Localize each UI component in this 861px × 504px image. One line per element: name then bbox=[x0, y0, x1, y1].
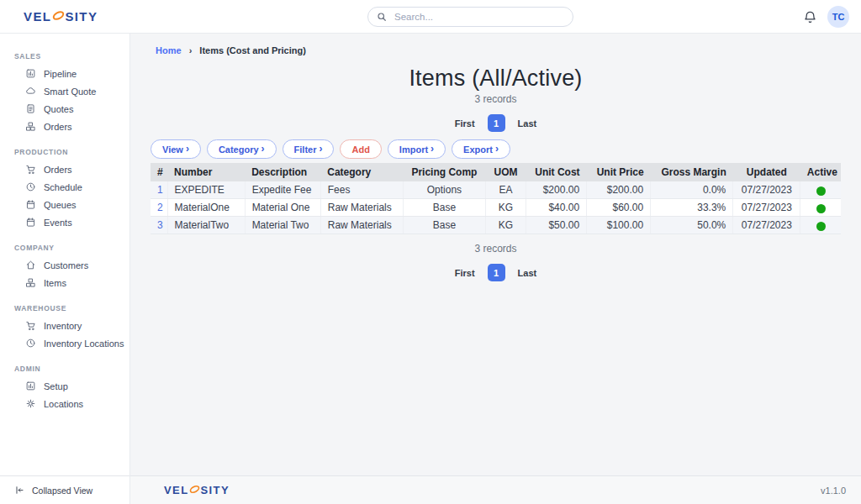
sidebar-item-label: Smart Quote bbox=[44, 87, 96, 97]
top-bar: VEL SITY TC bbox=[0, 0, 861, 34]
add-button[interactable]: Add bbox=[340, 139, 381, 159]
pagination-first-button[interactable]: First bbox=[455, 268, 475, 278]
sidebar-item-sales-smart-quote[interactable]: Smart Quote bbox=[0, 82, 129, 100]
notifications-bell-icon[interactable] bbox=[803, 10, 817, 24]
table-row[interactable]: 2MaterialOneMaterial OneRaw MaterialsBas… bbox=[151, 199, 841, 217]
sidebar-section-production: PRODUCTIONOrdersScheduleQueuesEvents bbox=[0, 143, 129, 231]
cell-number: MaterialOne bbox=[167, 199, 245, 217]
pagination-first-button[interactable]: First bbox=[455, 118, 475, 129]
sidebar-item-production-orders[interactable]: Orders bbox=[0, 160, 129, 178]
pagination-page-1-button[interactable]: 1 bbox=[488, 264, 505, 281]
column-header-description: Description bbox=[245, 163, 320, 181]
app-window: VEL SITY TC SALESPipelineSmart Qu bbox=[0, 0, 861, 504]
sidebar-item-admin-locations[interactable]: Locations bbox=[0, 395, 129, 412]
export-button[interactable]: Export› bbox=[452, 139, 510, 159]
import-button[interactable]: Import› bbox=[388, 139, 446, 159]
cell-pricing-comp: Base bbox=[403, 217, 485, 234]
sidebar-item-label: Queues bbox=[44, 200, 77, 210]
toolbar: View›Category›Filter›AddImport›Export› bbox=[151, 139, 841, 159]
pagination-last-button[interactable]: Last bbox=[518, 118, 537, 129]
active-status-dot bbox=[816, 186, 826, 196]
sidebar-item-sales-orders[interactable]: Orders bbox=[0, 118, 129, 135]
column-header-uom: UOM bbox=[485, 163, 526, 181]
sidebar-section-sales: SALESPipelineSmart QuoteQuotesOrders bbox=[0, 47, 129, 135]
version-label: v1.1.0 bbox=[821, 486, 846, 496]
table-row[interactable]: 1EXPEDITEExpedite FeeFeesOptionsEA$200.0… bbox=[151, 181, 841, 199]
cell-number: MaterialTwo bbox=[167, 217, 245, 234]
logo-text-prefix: VEL bbox=[24, 9, 51, 24]
active-status-dot bbox=[816, 222, 826, 231]
main-footer: VEL SITY v1.1.0 bbox=[130, 475, 861, 504]
sidebar-item-label: Events bbox=[44, 218, 72, 228]
logo-orbit-icon bbox=[189, 484, 200, 495]
card-icon bbox=[25, 103, 36, 114]
user-avatar[interactable]: TC bbox=[827, 6, 849, 28]
cell-category: Raw Materials bbox=[320, 217, 403, 234]
sidebar-item-production-schedule[interactable]: Schedule bbox=[0, 178, 129, 196]
clock-icon bbox=[25, 181, 36, 192]
sidebar-item-production-events[interactable]: Events bbox=[0, 213, 129, 231]
sidebar-item-company-customers[interactable]: Customers bbox=[0, 256, 129, 274]
collapsed-view-label: Collapsed View bbox=[32, 486, 92, 496]
chevron-right-icon: › bbox=[186, 144, 189, 155]
brand-logo[interactable]: VEL SITY bbox=[24, 9, 98, 24]
cell-description: Material Two bbox=[245, 217, 320, 234]
column-header-unit-cost: Unit Cost bbox=[526, 163, 587, 181]
cell-unit-cost: $200.00 bbox=[526, 181, 587, 199]
filter-button[interactable]: Filter› bbox=[283, 139, 335, 159]
cell-num[interactable]: 3 bbox=[151, 217, 167, 234]
pagination-last-button[interactable]: Last bbox=[518, 268, 537, 278]
sidebar: SALESPipelineSmart QuoteQuotesOrdersPROD… bbox=[0, 34, 130, 504]
content: Home › Items (Cost and Pricing) Items (A… bbox=[130, 34, 861, 475]
cell-pricing-comp: Base bbox=[403, 199, 485, 217]
sidebar-item-production-queues[interactable]: Queues bbox=[0, 196, 129, 213]
collapse-sidebar-icon bbox=[14, 485, 25, 496]
column-header-gross-margin: Gross Margin bbox=[651, 163, 733, 181]
sidebar-section-admin: ADMINSetupLocations bbox=[0, 360, 129, 412]
cart-icon bbox=[25, 164, 36, 175]
button-label: Filter bbox=[294, 144, 317, 155]
cell-pricing-comp: Options bbox=[403, 181, 485, 199]
page-title: Items (All/Active) bbox=[151, 66, 841, 92]
sidebar-item-label: Quotes bbox=[44, 104, 73, 114]
cell-num[interactable]: 1 bbox=[151, 181, 167, 199]
board-icon bbox=[25, 381, 36, 391]
footer-brand-logo: VEL SITY bbox=[164, 484, 230, 497]
cell-description: Material One bbox=[245, 199, 320, 217]
chevron-right-icon: › bbox=[261, 144, 265, 155]
sidebar-item-sales-quotes[interactable]: Quotes bbox=[0, 100, 129, 118]
main-area: Home › Items (Cost and Pricing) Items (A… bbox=[130, 34, 861, 504]
search-box[interactable] bbox=[367, 7, 573, 27]
view-button[interactable]: View› bbox=[151, 139, 201, 159]
cell-num[interactable]: 2 bbox=[151, 199, 167, 217]
items-table-header: #NumberDescriptionCategoryPricing CompUO… bbox=[151, 163, 841, 181]
cell-category: Raw Materials bbox=[320, 199, 403, 217]
cart-icon bbox=[25, 320, 36, 331]
sidebar-section-company: COMPANYCustomersItems bbox=[0, 239, 129, 291]
sidebar-item-company-items[interactable]: Items bbox=[0, 274, 129, 291]
section-label-sales: SALES bbox=[0, 47, 129, 65]
sidebar-item-warehouse-inventory[interactable]: Inventory bbox=[0, 317, 129, 334]
column-header-updated: Updated bbox=[733, 163, 800, 181]
sidebar-item-sales-pipeline[interactable]: Pipeline bbox=[0, 65, 129, 82]
logo-text-prefix: VEL bbox=[164, 484, 188, 496]
search-input[interactable] bbox=[393, 11, 564, 23]
sidebar-item-warehouse-inventory-locations[interactable]: Inventory Locations bbox=[0, 334, 129, 352]
home-icon bbox=[25, 260, 36, 270]
top-right-actions: TC bbox=[803, 0, 849, 34]
category-button[interactable]: Category› bbox=[207, 139, 277, 159]
collapsed-view-button[interactable]: Collapsed View bbox=[0, 475, 129, 504]
pagination-page-1-button[interactable]: 1 bbox=[488, 114, 505, 132]
section-label-admin: ADMIN bbox=[0, 360, 129, 377]
button-label: Import bbox=[399, 144, 428, 155]
cell-unit-price: $60.00 bbox=[587, 199, 651, 217]
pagination-top: First 1 Last bbox=[151, 114, 841, 132]
section-label-company: COMPANY bbox=[0, 239, 129, 256]
breadcrumb-home-link[interactable]: Home bbox=[156, 45, 182, 55]
sidebar-item-admin-setup[interactable]: Setup bbox=[0, 377, 129, 395]
cell-uom: EA bbox=[485, 181, 526, 199]
cell-unit-cost: $50.00 bbox=[526, 217, 587, 234]
record-count-top: 3 records bbox=[151, 93, 841, 105]
table-row[interactable]: 3MaterialTwoMaterial TwoRaw MaterialsBas… bbox=[151, 217, 841, 234]
chevron-right-icon: › bbox=[319, 144, 322, 155]
